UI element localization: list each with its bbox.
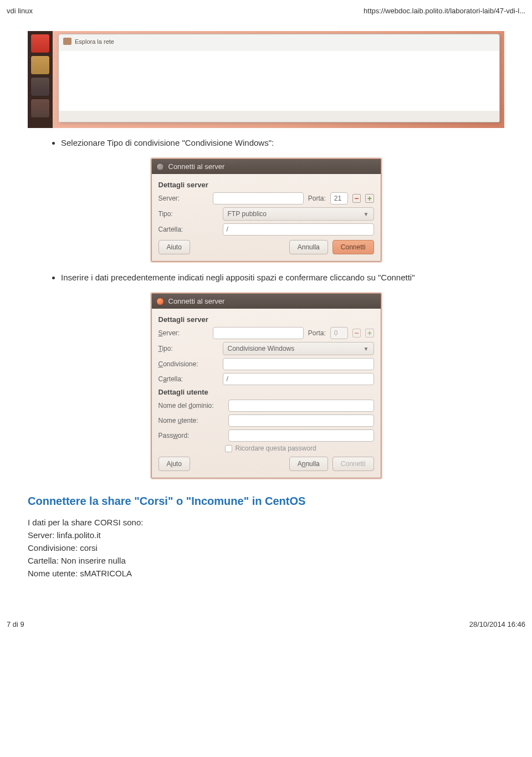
- connect-button[interactable]: Connetti: [332, 457, 374, 471]
- port-label: Porta:: [308, 195, 326, 202]
- minus-icon[interactable]: −: [352, 329, 361, 337]
- type-label: Tipo:: [158, 210, 218, 218]
- launcher-icon: [30, 34, 50, 53]
- type-combo[interactable]: FTP pubblico ▼: [223, 207, 374, 221]
- server-input[interactable]: [213, 192, 304, 204]
- ubuntu-launcher: [28, 31, 53, 128]
- help-button[interactable]: Aiuto: [158, 457, 190, 471]
- cancel-button[interactable]: Annulla: [289, 457, 328, 471]
- section-title-centos: Connettere la share "Corsi" o "Incomune"…: [28, 495, 504, 508]
- launcher-app-icon: [30, 99, 50, 118]
- connect-dialog-2: Connetti al server Dettagli server Serve…: [151, 293, 381, 478]
- close-icon[interactable]: [156, 163, 164, 171]
- port-input[interactable]: [330, 327, 348, 339]
- folder-input[interactable]: [223, 373, 374, 385]
- password-label: Password:: [158, 432, 224, 439]
- close-icon[interactable]: [156, 298, 164, 305]
- type-value: Condivisione Windows: [228, 345, 295, 352]
- password-input[interactable]: [228, 429, 374, 442]
- section-server-details: Dettagli server: [158, 315, 374, 324]
- bullet-1: Selezionare Tipo di condivisione "Condiv…: [61, 138, 504, 147]
- type-label: Tipo:: [158, 345, 218, 352]
- remember-checkbox[interactable]: [225, 445, 232, 452]
- server-label: Server:: [158, 195, 208, 202]
- dialog-title: Connetti al server: [168, 162, 225, 171]
- share-input[interactable]: [223, 358, 374, 370]
- type-value: FTP pubblico: [228, 210, 267, 218]
- timestamp: 28/10/2014 16:46: [469, 620, 525, 628]
- help-button[interactable]: Aiuto: [158, 240, 190, 254]
- share-line: Condivisione: corsi: [28, 543, 504, 553]
- domain-label: Nome del dominio:: [158, 402, 224, 410]
- user-line: Nome utente: sMATRICOLA: [28, 569, 504, 578]
- page-number: 7 di 9: [7, 620, 24, 628]
- username-input[interactable]: [228, 415, 374, 427]
- remember-label: Ricordare questa password: [236, 444, 316, 452]
- type-combo[interactable]: Condivisione Windows ▼: [223, 342, 374, 355]
- ubuntu-screenshot: Esplora la rete: [28, 31, 504, 128]
- folder-input[interactable]: [223, 223, 374, 236]
- username-label: Nome utente:: [158, 417, 224, 424]
- chevron-down-icon: ▼: [364, 211, 369, 217]
- folder-label: Cartella:: [158, 226, 218, 233]
- server-line: Server: linfa.polito.it: [28, 530, 504, 540]
- network-icon: [63, 38, 71, 45]
- doc-url: https://webdoc.laib.polito.it/laboratori…: [364, 7, 525, 15]
- minus-icon[interactable]: −: [352, 194, 361, 203]
- plus-icon[interactable]: +: [365, 194, 374, 203]
- doc-title: vdi linux: [7, 7, 33, 15]
- file-browser-item: Esplora la rete: [75, 38, 114, 45]
- launcher-folder-icon: [30, 55, 50, 75]
- domain-input[interactable]: [228, 400, 374, 412]
- port-label: Porta:: [308, 329, 326, 337]
- cancel-button[interactable]: Annulla: [289, 240, 328, 254]
- section-user-details: Dettagli utente: [158, 388, 374, 396]
- server-input[interactable]: [213, 327, 304, 339]
- dialog-title: Connetti al server: [168, 297, 225, 305]
- port-input[interactable]: [330, 192, 348, 204]
- folder-label: Cartella:: [158, 375, 218, 383]
- share-label: Condivisione:: [158, 360, 218, 368]
- section-server-details: Dettagli server: [158, 181, 374, 189]
- connect-dialog-1: Connetti al server Dettagli server Serve…: [151, 158, 381, 262]
- chevron-down-icon: ▼: [364, 346, 369, 352]
- bullet-2: Inserire i dati precedentemente indicati…: [61, 273, 504, 282]
- server-label: Server:: [158, 329, 208, 337]
- intro-text: I dati per la share CORSI sono:: [28, 518, 504, 527]
- file-browser-window: Esplora la rete: [58, 34, 500, 122]
- folder-line: Cartella: Non inserire nulla: [28, 556, 504, 565]
- connect-button[interactable]: Connetti: [332, 240, 374, 254]
- launcher-terminal-icon: [30, 77, 50, 96]
- plus-icon[interactable]: +: [365, 329, 374, 337]
